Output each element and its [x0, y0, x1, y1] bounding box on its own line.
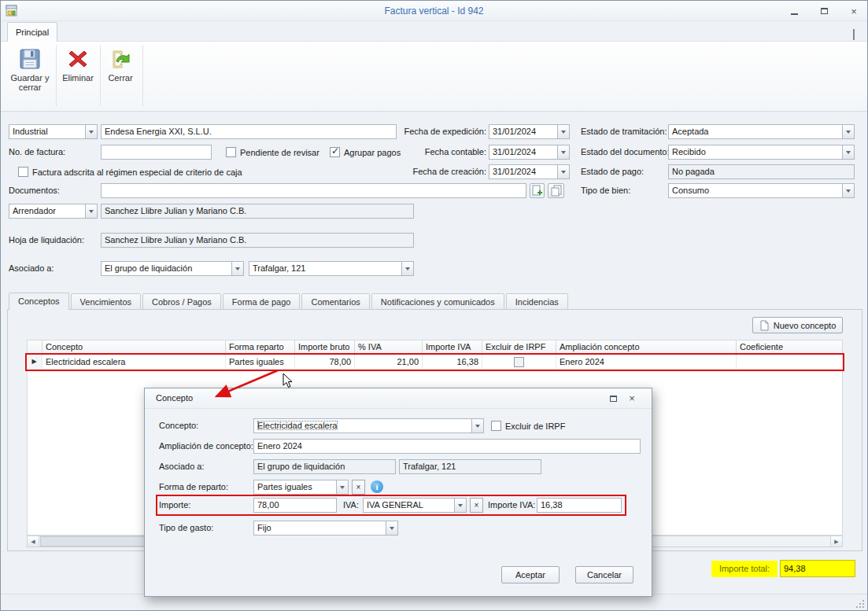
chevron-up-icon [853, 29, 855, 40]
checkbox-box-icon [226, 147, 236, 157]
grid-row[interactable]: ▶ Electricidad escalera Partes iguales 7… [27, 355, 843, 370]
cell-importe-bruto[interactable]: 78,00 [295, 355, 355, 370]
copy-document-button[interactable] [548, 183, 564, 198]
dialog-close-button[interactable]: × [626, 392, 637, 403]
dropdown-arrow-icon[interactable] [842, 125, 854, 138]
resize-grip-icon[interactable] [855, 599, 865, 609]
nuevo-concepto-button[interactable]: Nuevo concepto [752, 317, 843, 333]
criterio-caja-checkbox[interactable]: Factura adscrita al régimen especial de … [18, 164, 242, 179]
scroll-right-button[interactable]: ▶ [830, 536, 842, 547]
close-button[interactable]: × [848, 6, 859, 17]
asociado-finca-combo[interactable]: Trafalgar, 121 [249, 261, 414, 276]
dlg-concepto-combo[interactable]: Electricidad escalera [253, 418, 484, 433]
dropdown-arrow-icon[interactable] [454, 499, 466, 512]
ribbon-tab-principal[interactable]: Principal [7, 22, 57, 42]
tipo-bien-combo[interactable]: Consumo [668, 183, 855, 198]
dlg-tipo-gasto-value: Fijo [257, 523, 271, 532]
dropdown-arrow-icon[interactable] [557, 165, 569, 179]
ribbon-collapse-button[interactable] [853, 31, 855, 40]
col-excluir-irpf[interactable]: Excluir de IRPF [482, 340, 556, 355]
dropdown-arrow-icon[interactable] [85, 125, 97, 138]
asociado-label: Asociado a: [9, 261, 54, 276]
cell-forma-reparto[interactable]: Partes iguales [226, 355, 295, 370]
dropdown-arrow-icon[interactable] [557, 145, 569, 159]
col-ampliacion[interactable]: Ampliación concepto [556, 340, 737, 355]
dropdown-arrow-icon[interactable] [842, 184, 854, 197]
asociado-grupo-combo[interactable]: El grupo de liquidación [101, 261, 244, 276]
col-forma-reparto[interactable]: Forma reparto [226, 340, 295, 355]
aceptar-button[interactable]: Aceptar [501, 566, 560, 583]
fecha-contable-value: 31/01/2024 [493, 147, 536, 156]
dlg-importe-iva-field[interactable]: 16,38 [537, 498, 622, 513]
cell-concepto[interactable]: Electricidad escalera [42, 355, 226, 370]
dropdown-arrow-icon[interactable] [401, 262, 413, 275]
checkbox-checked-icon: ✓ [330, 147, 340, 157]
save-close-button[interactable]: Guardar y cerrar [7, 44, 53, 92]
estado-tramitacion-combo[interactable]: Aceptada [668, 124, 855, 139]
pendiente-revisar-checkbox[interactable]: Pendiente de revisar [226, 145, 319, 160]
proveedor-field[interactable]: Endesa Energia XXI, S.L.U. [101, 124, 397, 139]
dropdown-arrow-icon[interactable] [336, 480, 348, 494]
dropdown-arrow-icon[interactable] [386, 521, 397, 535]
add-document-icon [531, 185, 543, 197]
hoja-liquidacion-field[interactable]: Sanchez Llibre Julian y Mariano C.B. [101, 233, 414, 248]
documentos-field[interactable] [101, 183, 526, 198]
col-concepto[interactable]: Concepto [42, 340, 226, 355]
cell-pct-iva[interactable]: 21,00 [355, 355, 423, 370]
fecha-creacion-label: Fecha de creación: [394, 164, 486, 179]
info-icon[interactable]: i [371, 480, 383, 493]
fecha-expedicion-field[interactable]: 31/01/2024 [489, 124, 570, 139]
tipo-tercero-combo[interactable]: Industrial [9, 124, 98, 139]
dropdown-arrow-icon[interactable] [557, 125, 569, 138]
dlg-iva-combo[interactable]: IVA GENERAL [363, 498, 467, 513]
dlg-asociado-finca-field[interactable]: Trafalgar, 121 [399, 459, 541, 474]
dropdown-arrow-icon[interactable] [842, 145, 854, 159]
tab-conceptos[interactable]: Conceptos [9, 293, 69, 310]
cell-coeficiente[interactable] [737, 355, 843, 370]
dlg-ampliacion-field[interactable]: Enero 2024 [253, 439, 641, 454]
tipo-bien-label: Tipo de bien: [581, 183, 630, 198]
minimize-button[interactable] [789, 6, 800, 17]
close-form-button[interactable]: Cerrar [103, 44, 138, 83]
dlg-excluir-irpf-checkbox[interactable]: Excluir de IRPF [491, 418, 565, 433]
no-factura-field[interactable] [101, 145, 212, 160]
delete-button[interactable]: Eliminar [59, 44, 97, 83]
dlg-asociado-grupo-field[interactable]: El grupo de liquidación [253, 459, 396, 474]
dropdown-arrow-icon[interactable] [85, 204, 97, 218]
documentos-label: Documentos: [9, 183, 60, 198]
dlg-tipo-gasto-combo[interactable]: Fijo [253, 521, 398, 536]
clear-forma-reparto-button[interactable]: × [352, 480, 365, 495]
toolbar-separator [142, 45, 143, 106]
tab-forma-pago[interactable]: Forma de pago [223, 293, 301, 310]
cell-importe-iva[interactable]: 16,38 [423, 355, 482, 370]
cancelar-button[interactable]: Cancelar [575, 566, 633, 583]
col-pct-iva[interactable]: % IVA [355, 340, 423, 355]
dropdown-arrow-icon[interactable] [471, 419, 483, 432]
tab-comentarios[interactable]: Comentarios [301, 293, 369, 310]
add-document-button[interactable] [530, 183, 545, 198]
estado-documento-combo[interactable]: Recibido [668, 145, 855, 160]
clear-iva-button[interactable]: × [470, 498, 483, 513]
scroll-left-button[interactable]: ◀ [28, 536, 39, 547]
col-importe-bruto[interactable]: Importe bruto [295, 340, 355, 355]
agrupar-pagos-checkbox[interactable]: ✓ Agrupar pagos [330, 145, 401, 160]
col-importe-iva[interactable]: Importe IVA [423, 340, 482, 355]
fecha-creacion-field[interactable]: 31/01/2024 [489, 164, 570, 179]
dialog-maximize-button[interactable] [608, 393, 619, 404]
tab-vencimientos[interactable]: Vencimientos [71, 293, 141, 310]
col-coeficiente[interactable]: Coeficiente [737, 340, 843, 355]
tab-cobros-pagos[interactable]: Cobros / Pagos [142, 293, 221, 310]
tab-incidencias[interactable]: Incidencias [506, 293, 568, 310]
window-title: Factura vertical - Id 942 [1, 6, 867, 17]
arrendador-field[interactable]: Sanchez Llibre Julian y Mariano C.B. [101, 204, 414, 219]
fecha-contable-field[interactable]: 31/01/2024 [489, 145, 570, 160]
dlg-forma-reparto-combo[interactable]: Partes iguales [253, 480, 349, 495]
cell-excluir-irpf-checkbox[interactable] [482, 355, 556, 370]
cell-ampliacion[interactable]: Enero 2024 [556, 355, 737, 370]
maximize-button[interactable] [818, 6, 829, 17]
rol-tercero-combo[interactable]: Arrendador [9, 204, 98, 219]
estado-pago-field[interactable]: No pagada [668, 164, 855, 179]
tab-notificaciones[interactable]: Notificaciones y comunicados [371, 293, 504, 310]
dropdown-arrow-icon[interactable] [231, 262, 243, 275]
dlg-importe-field[interactable]: 78,00 [253, 498, 337, 513]
